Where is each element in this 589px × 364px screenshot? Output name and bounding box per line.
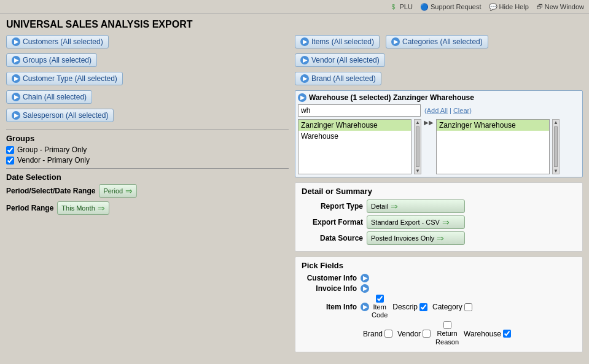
warehouse-header: ▶ Warehouse (1 selected) Zanzinger Whare… [298,93,580,102]
vendor-primary-checkbox[interactable] [6,157,14,165]
customers-filter-button[interactable]: ▶ Customers (All selected) [6,35,109,48]
hide-help-button[interactable]: 💬 Hide Help [489,3,529,11]
data-source-row: Data Source Posted Invoices Only ⇒ [302,231,576,245]
detail-summary-title: Detail or Summary [302,187,576,196]
list-item[interactable]: Warehouse [298,131,411,142]
customer-info-row: Customer Info ▶ [302,274,576,282]
list-item[interactable]: Zanzinger Wharehouse [437,120,549,131]
chain-filter-button[interactable]: ▶ Chain (All selected) [6,90,92,104]
period-range-button[interactable]: This Month ⇒ [57,201,109,215]
data-source-label: Data Source [302,234,363,242]
export-format-row: Export Format Standard Export - CSV ⇒ [302,215,576,229]
warehouse-left-list[interactable]: Zanzinger Wharehouse Warehouse [298,119,412,174]
return-reason-checkbox[interactable] [443,321,451,329]
item-code-field: ItemCode [372,295,388,319]
clear-link[interactable]: Clear [453,107,469,114]
report-type-select[interactable]: Detail ⇒ [367,199,465,213]
warehouse-search-row: (Add All | Clear) [298,104,580,117]
item-code-checkbox[interactable] [376,295,384,303]
brand-label: Brand [363,330,383,338]
filter-row-5: ▶ Salesperson (All selected) [6,109,289,126]
bottom-field-checks: Brand Vendor ReturnReason Warehouse [363,321,511,346]
warehouse-list-area: Zanzinger Wharehouse Warehouse ▲ ▼ ▶▶ Za… [298,119,580,174]
item-info-row: Item Info ▶ ItemCode Descrip Category [302,295,576,319]
customer-type-filter-button[interactable]: ▶ Customer Type (All selected) [6,72,123,85]
filter-row-4: ▶ Chain (All selected) [6,90,289,107]
item-code-label: ItemCode [372,303,388,319]
warehouse-left-scrollbar[interactable]: ▲ ▼ [414,119,421,174]
report-type-value: Detail [371,203,388,210]
warehouse-field: Warehouse [464,330,511,338]
brand-filter-button[interactable]: ▶ Brand (All selected) [295,72,381,85]
vendor-field: Vendor [397,330,431,338]
move-right-arrow[interactable]: ▶▶ [424,119,434,126]
warehouse-search-input[interactable] [298,104,421,117]
category-checkbox[interactable] [464,303,472,311]
invoice-info-row: Invoice Info ▶ [302,284,576,293]
items-filter-button[interactable]: ▶ Items (All selected) [295,35,380,48]
customer-info-button[interactable]: ▶ [361,274,369,282]
export-format-value: Standard Export - CSV [371,219,440,226]
support-request-button[interactable]: 🔵 Support Request [420,3,482,11]
top-bar: $ PLU 🔵 Support Request 💬 Hide Help 🗗 Ne… [0,0,589,14]
support-label: Support Request [431,3,482,10]
groups-filter-label: Groups (All selected) [23,56,92,64]
period-select-button[interactable]: Period ⇒ [99,184,137,198]
categories-filter-label: Categories (All selected) [402,37,483,46]
brand-checkbox[interactable] [384,330,392,338]
chain-filter-label: Chain (All selected) [23,93,87,101]
descrip-label: Descrip [392,303,418,311]
groups-filter-icon: ▶ [12,56,20,64]
new-window-label: New Window [545,3,584,10]
group-primary-checkbox-row: Group - Primary Only [6,145,289,154]
scroll-down-arrow-right[interactable]: ▼ [553,168,559,174]
categories-filter-button[interactable]: ▶ Categories (All selected) [386,35,488,48]
category-label: Category [432,303,462,311]
warehouse-add-clear: (Add All | Clear) [424,107,472,114]
vendor-filter-button[interactable]: ▶ Vendor (All selected) [295,53,385,67]
warehouse-right-list[interactable]: Zanzinger Wharehouse [436,119,550,174]
salesperson-filter-button[interactable]: ▶ Salesperson (All selected) [6,109,114,122]
add-all-link[interactable]: Add All [427,107,448,114]
main-content: ▶ Customers (All selected) ▶ Groups (All… [0,33,589,355]
period-range-icon: ⇒ [98,203,105,213]
items-filter-label: Items (All selected) [311,37,374,46]
pick-fields-section: Pick Fields Customer Info ▶ Invoice Info… [295,257,583,352]
scroll-up-arrow-right[interactable]: ▲ [553,120,559,125]
descrip-checkbox[interactable] [419,303,427,311]
support-icon: 🔵 [420,3,429,11]
plu-icon: $ [389,2,398,11]
brand-filter-label: Brand (All selected) [311,74,376,83]
pick-fields-title: Pick Fields [302,261,576,270]
return-reason-field: ReturnReason [435,321,459,346]
date-section-title: Date Selection [6,172,289,182]
scroll-up-arrow[interactable]: ▲ [415,120,421,125]
export-format-select[interactable]: Standard Export - CSV ⇒ [367,215,465,229]
filter-row-1: ▶ Customers (All selected) [6,35,289,52]
scroll-thumb-right [554,126,558,167]
invoice-info-button[interactable]: ▶ [361,284,369,293]
warehouse-right-scrollbar[interactable]: ▲ ▼ [552,119,560,174]
groups-filter-button[interactable]: ▶ Groups (All selected) [6,53,97,67]
list-item[interactable]: Zanzinger Wharehouse [298,120,411,131]
scroll-down-arrow[interactable]: ▼ [415,168,421,174]
group-primary-checkbox[interactable] [6,146,14,154]
warehouse-section: ▶ Warehouse (1 selected) Zanzinger Whare… [295,90,583,177]
window-icon: 🗗 [536,3,543,10]
data-source-select[interactable]: Posted Invoices Only ⇒ [367,231,465,245]
new-window-button[interactable]: 🗗 New Window [536,3,584,10]
help-icon: 💬 [489,3,497,11]
warehouse-checkbox[interactable] [503,330,511,338]
vendor-checkbox[interactable] [423,330,431,338]
warehouse-move-buttons: ▶▶ [424,119,434,126]
customer-type-filter-label: Customer Type (All selected) [23,74,117,83]
customer-info-label: Customer Info [302,274,357,282]
warehouse-header-label: Warehouse (1 selected) Zanzinger Whareho… [309,93,474,102]
right-filter-row-2: ▶ Vendor (All selected) [295,53,583,71]
warehouse-label: Warehouse [464,330,501,338]
vendor-filter-icon: ▶ [300,56,309,64]
bottom-fields-row: Brand Vendor ReturnReason Warehouse [361,321,576,346]
item-info-button[interactable]: ▶ [361,303,369,311]
vendor-primary-checkbox-row: Vendor - Primary Only [6,156,289,165]
plu-button[interactable]: $ PLU [389,2,413,11]
